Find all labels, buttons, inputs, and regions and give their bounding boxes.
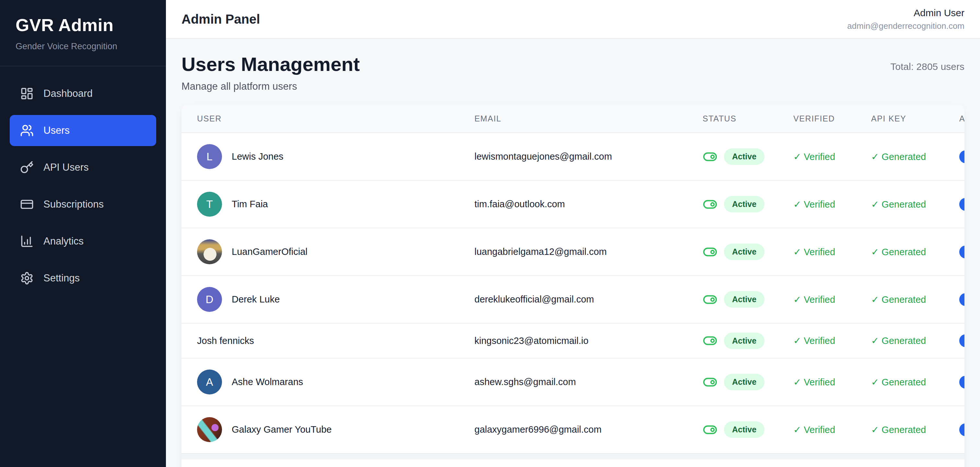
avatar: L	[197, 144, 222, 169]
status-cell: Active	[703, 421, 793, 438]
verified-cell: ✓ Verified	[793, 376, 871, 388]
email-cell: lewismontaguejones@gmail.com	[474, 151, 703, 162]
user-cell: Josh fennicks	[197, 335, 474, 346]
main-content: Users Management Total: 2805 users Manag…	[166, 40, 980, 467]
api-key-cell: ✓ Generated	[871, 335, 959, 346]
toggle-on-icon[interactable]	[703, 245, 718, 259]
column-header-actions: ACTIONS	[959, 114, 964, 123]
sidebar-item-analytics[interactable]: Analytics	[10, 226, 156, 257]
actions-cell	[959, 334, 964, 347]
app-subtitle: Gender Voice Recognition	[16, 41, 150, 51]
email-cell: dereklukeofficial@gmail.com	[474, 294, 703, 305]
table-header-row: USER EMAIL STATUS VERIFIED API KEY ACTIO…	[181, 105, 964, 133]
credit-card-icon	[20, 197, 34, 211]
page-subtitle: Manage all platform users	[181, 81, 964, 92]
verified-cell: ✓ Verified	[793, 424, 871, 435]
row-action-button[interactable]	[959, 198, 964, 211]
toggle-on-icon[interactable]	[703, 375, 718, 389]
actions-cell	[959, 293, 964, 306]
toggle-on-icon[interactable]	[703, 197, 718, 212]
dashboard-grid-icon	[20, 87, 34, 100]
status-cell: Active	[703, 196, 793, 213]
actions-cell	[959, 423, 964, 436]
status-badge: Active	[724, 243, 765, 260]
status-badge: Active	[724, 196, 765, 213]
table-row: D Derek Luke dereklukeofficial@gmail.com…	[181, 276, 964, 324]
sidebar-item-users[interactable]: Users	[10, 115, 156, 146]
status-cell: Active	[703, 243, 793, 260]
user-name: Tim Faia	[232, 199, 268, 210]
sidebar: GVR Admin Gender Voice Recognition Dashb…	[0, 0, 166, 467]
api-key-cell: ✓ Generated	[871, 246, 959, 257]
toggle-on-icon[interactable]	[703, 149, 718, 164]
toggle-on-icon[interactable]	[703, 292, 718, 307]
column-header-status: STATUS	[703, 114, 793, 123]
toggle-on-icon[interactable]	[703, 333, 718, 348]
status-badge: Active	[724, 374, 765, 390]
status-badge: Active	[724, 421, 765, 438]
topbar-title: Admin Panel	[181, 12, 260, 27]
avatar-image	[197, 417, 222, 442]
row-action-button[interactable]	[959, 423, 964, 436]
avatar: A	[197, 370, 222, 394]
table-row: Josh fennicks kingsonic23@atomicmail.io …	[181, 324, 964, 359]
actions-cell	[959, 246, 964, 259]
user-name: Josh fennicks	[197, 335, 254, 346]
status-badge: Active	[724, 291, 765, 308]
user-cell: T Tim Faia	[197, 192, 474, 217]
sidebar-item-label: API Users	[43, 162, 89, 173]
table-row: A Ashe Wolmarans ashew.sghs@gmail.com Ac…	[181, 359, 964, 406]
email-cell: kingsonic23@atomicmail.io	[474, 335, 703, 346]
verified-cell: ✓ Verified	[793, 246, 871, 257]
user-name: Derek Luke	[232, 294, 280, 305]
email-cell: ashew.sghs@gmail.com	[474, 376, 703, 388]
user-cell: L Lewis Jones	[197, 144, 474, 169]
topbar-user-email: admin@genderrecognition.com	[847, 21, 964, 31]
sidebar-item-label: Settings	[43, 272, 80, 284]
total-users-count: Total: 2805 users	[891, 57, 964, 72]
topbar: Admin Panel Admin User admin@genderrecog…	[166, 0, 980, 39]
topbar-user-info: Admin User admin@genderrecognition.com	[847, 8, 964, 31]
row-action-button[interactable]	[959, 150, 964, 163]
api-key-cell: ✓ Generated	[871, 151, 959, 162]
table-row: L Lewis Jones lewismontaguejones@gmail.c…	[181, 133, 964, 181]
row-action-button[interactable]	[959, 246, 964, 259]
status-badge: Active	[724, 148, 765, 165]
sidebar-header: GVR Admin Gender Voice Recognition	[0, 0, 166, 67]
api-key-cell: ✓ Generated	[871, 424, 959, 435]
toggle-on-icon[interactable]	[703, 422, 718, 437]
row-action-button[interactable]	[959, 334, 964, 347]
status-cell: Active	[703, 291, 793, 308]
sidebar-item-label: Users	[43, 125, 70, 137]
actions-cell	[959, 376, 964, 389]
bar-chart-icon	[20, 235, 34, 248]
sidebar-item-dashboard[interactable]: Dashboard	[10, 78, 156, 109]
api-key-cell: ✓ Generated	[871, 199, 959, 210]
email-cell: tim.faia@outlook.com	[474, 199, 703, 210]
user-cell: Galaxy Gamer YouTube	[197, 417, 474, 442]
column-header-user: USER	[197, 114, 474, 123]
row-action-button[interactable]	[959, 376, 964, 389]
row-action-button[interactable]	[959, 293, 964, 306]
sidebar-item-label: Analytics	[43, 235, 84, 247]
verified-cell: ✓ Verified	[793, 294, 871, 305]
user-cell: D Derek Luke	[197, 287, 474, 312]
sidebar-item-api-users[interactable]: API Users	[10, 152, 156, 183]
status-cell: Active	[703, 333, 793, 349]
users-table-card: USER EMAIL STATUS VERIFIED API KEY ACTIO…	[181, 105, 964, 467]
verified-cell: ✓ Verified	[793, 199, 871, 210]
api-key-cell: ✓ Generated	[871, 294, 959, 305]
actions-cell	[959, 150, 964, 163]
column-header-api-key: API KEY	[871, 114, 959, 123]
gear-icon	[20, 272, 34, 285]
sidebar-item-settings[interactable]: Settings	[10, 263, 156, 294]
table-row: LuanGamerOficial luangabrielgama12@gmail…	[181, 228, 964, 276]
status-cell: Active	[703, 148, 793, 165]
sidebar-item-label: Dashboard	[43, 88, 93, 99]
column-header-verified: VERIFIED	[793, 114, 871, 123]
avatar: D	[197, 287, 222, 312]
email-cell: galaxygamer6996@gmail.com	[474, 424, 703, 435]
page-title: Users Management	[181, 53, 360, 75]
sidebar-item-subscriptions[interactable]: Subscriptions	[10, 189, 156, 220]
avatar-image	[197, 239, 222, 264]
